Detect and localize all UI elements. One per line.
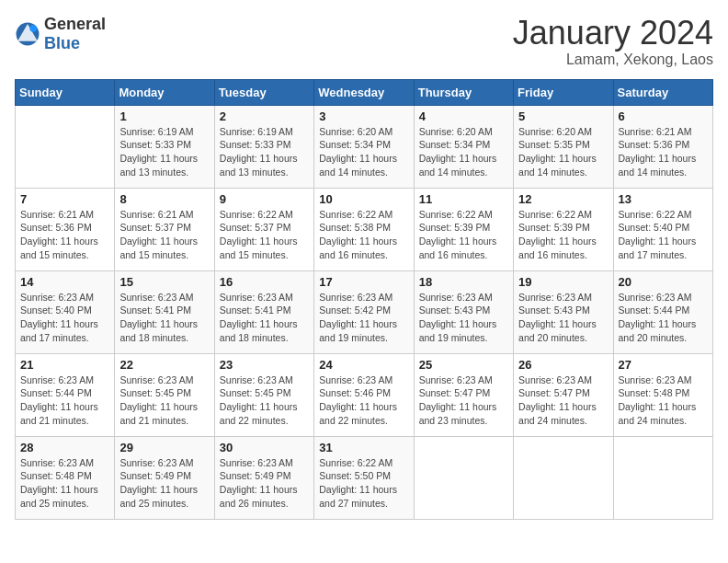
- day-number: 27: [619, 358, 708, 372]
- calendar-cell: 8Sunrise: 6:21 AMSunset: 5:37 PMDaylight…: [115, 188, 214, 270]
- day-info: Sunrise: 6:23 AMSunset: 5:46 PMDaylight:…: [319, 373, 408, 428]
- day-number: 31: [319, 441, 408, 454]
- day-number: 24: [319, 358, 408, 372]
- day-number: 23: [220, 358, 309, 372]
- calendar-cell: [613, 436, 712, 519]
- calendar-cell: 3Sunrise: 6:20 AMSunset: 5:34 PMDaylight…: [314, 105, 414, 188]
- day-info: Sunrise: 6:23 AMSunset: 5:45 PMDaylight:…: [119, 373, 209, 428]
- calendar-cell: 12Sunrise: 6:22 AMSunset: 5:39 PMDayligh…: [514, 188, 613, 270]
- calendar-week-3: 14Sunrise: 6:23 AMSunset: 5:40 PMDayligh…: [16, 270, 713, 353]
- day-number: 8: [119, 192, 209, 206]
- day-number: 17: [319, 275, 408, 289]
- day-number: 5: [518, 109, 608, 123]
- calendar-cell: 2Sunrise: 6:19 AMSunset: 5:33 PMDaylight…: [214, 105, 313, 188]
- day-number: 21: [20, 358, 109, 372]
- header-cell-friday: Friday: [514, 79, 613, 105]
- header-cell-wednesday: Wednesday: [314, 79, 414, 105]
- calendar-cell: 14Sunrise: 6:23 AMSunset: 5:40 PMDayligh…: [16, 270, 115, 353]
- day-info: Sunrise: 6:23 AMSunset: 5:44 PMDaylight:…: [619, 291, 708, 345]
- calendar-cell: 16Sunrise: 6:23 AMSunset: 5:41 PMDayligh…: [214, 270, 313, 353]
- day-number: 13: [619, 192, 708, 206]
- day-info: Sunrise: 6:23 AMSunset: 5:44 PMDaylight:…: [20, 373, 109, 428]
- calendar-cell: 19Sunrise: 6:23 AMSunset: 5:43 PMDayligh…: [514, 270, 613, 353]
- logo-text: General Blue: [44, 15, 106, 53]
- day-info: Sunrise: 6:22 AMSunset: 5:37 PMDaylight:…: [220, 208, 309, 262]
- day-info: Sunrise: 6:22 AMSunset: 5:38 PMDaylight:…: [319, 208, 408, 262]
- day-number: 15: [119, 275, 209, 289]
- calendar-cell: 20Sunrise: 6:23 AMSunset: 5:44 PMDayligh…: [613, 270, 712, 353]
- day-info: Sunrise: 6:20 AMSunset: 5:34 PMDaylight:…: [319, 125, 408, 179]
- calendar-week-1: 1Sunrise: 6:19 AMSunset: 5:33 PMDaylight…: [16, 105, 713, 188]
- calendar-cell: 28Sunrise: 6:23 AMSunset: 5:48 PMDayligh…: [16, 436, 115, 519]
- day-info: Sunrise: 6:23 AMSunset: 5:42 PMDaylight:…: [319, 291, 408, 345]
- calendar-cell: 30Sunrise: 6:23 AMSunset: 5:49 PMDayligh…: [214, 436, 313, 519]
- day-number: 3: [319, 109, 408, 123]
- calendar-cell: 6Sunrise: 6:21 AMSunset: 5:36 PMDaylight…: [613, 105, 712, 188]
- header-cell-saturday: Saturday: [613, 79, 712, 105]
- day-number: 20: [619, 275, 708, 289]
- day-number: 9: [220, 192, 309, 206]
- calendar-cell: 13Sunrise: 6:22 AMSunset: 5:40 PMDayligh…: [613, 188, 712, 270]
- day-info: Sunrise: 6:23 AMSunset: 5:47 PMDaylight:…: [419, 373, 508, 428]
- day-info: Sunrise: 6:21 AMSunset: 5:36 PMDaylight:…: [619, 125, 708, 179]
- day-info: Sunrise: 6:22 AMSunset: 5:39 PMDaylight:…: [518, 208, 608, 262]
- calendar-cell: 26Sunrise: 6:23 AMSunset: 5:47 PMDayligh…: [514, 353, 613, 436]
- day-info: Sunrise: 6:19 AMSunset: 5:33 PMDaylight:…: [220, 125, 309, 179]
- day-number: 1: [119, 109, 209, 123]
- logo-general: General: [44, 15, 106, 33]
- calendar-cell: 1Sunrise: 6:19 AMSunset: 5:33 PMDaylight…: [115, 105, 214, 188]
- day-info: Sunrise: 6:21 AMSunset: 5:36 PMDaylight:…: [20, 208, 109, 262]
- day-info: Sunrise: 6:23 AMSunset: 5:49 PMDaylight:…: [119, 456, 209, 511]
- day-info: Sunrise: 6:23 AMSunset: 5:40 PMDaylight:…: [20, 291, 109, 345]
- calendar-cell: 23Sunrise: 6:23 AMSunset: 5:45 PMDayligh…: [214, 353, 313, 436]
- calendar-cell: 24Sunrise: 6:23 AMSunset: 5:46 PMDayligh…: [314, 353, 414, 436]
- day-info: Sunrise: 6:19 AMSunset: 5:33 PMDaylight:…: [119, 125, 209, 179]
- day-number: 10: [319, 192, 408, 206]
- calendar-cell: 11Sunrise: 6:22 AMSunset: 5:39 PMDayligh…: [414, 188, 513, 270]
- calendar-cell: [16, 105, 115, 188]
- day-info: Sunrise: 6:23 AMSunset: 5:48 PMDaylight:…: [619, 373, 708, 428]
- day-info: Sunrise: 6:23 AMSunset: 5:47 PMDaylight:…: [518, 373, 608, 428]
- day-info: Sunrise: 6:23 AMSunset: 5:43 PMDaylight:…: [518, 291, 608, 345]
- logo-icon: [15, 21, 40, 47]
- day-number: 11: [419, 192, 508, 206]
- day-info: Sunrise: 6:20 AMSunset: 5:35 PMDaylight:…: [518, 125, 608, 179]
- calendar-cell: 17Sunrise: 6:23 AMSunset: 5:42 PMDayligh…: [314, 270, 414, 353]
- calendar-cell: 18Sunrise: 6:23 AMSunset: 5:43 PMDayligh…: [414, 270, 513, 353]
- calendar-cell: 22Sunrise: 6:23 AMSunset: 5:45 PMDayligh…: [115, 353, 214, 436]
- calendar-table: SundayMondayTuesdayWednesdayThursdayFrid…: [15, 79, 713, 520]
- header-cell-monday: Monday: [115, 79, 214, 105]
- header-cell-thursday: Thursday: [414, 79, 513, 105]
- day-number: 7: [20, 192, 109, 206]
- header-cell-tuesday: Tuesday: [214, 79, 313, 105]
- day-info: Sunrise: 6:22 AMSunset: 5:50 PMDaylight:…: [319, 456, 408, 511]
- day-number: 18: [419, 275, 508, 289]
- calendar-cell: 21Sunrise: 6:23 AMSunset: 5:44 PMDayligh…: [16, 353, 115, 436]
- day-number: 2: [220, 109, 309, 123]
- month-title: January 2024: [513, 15, 713, 52]
- day-number: 30: [220, 441, 309, 454]
- calendar-cell: 4Sunrise: 6:20 AMSunset: 5:34 PMDaylight…: [414, 105, 513, 188]
- calendar-cell: 29Sunrise: 6:23 AMSunset: 5:49 PMDayligh…: [115, 436, 214, 519]
- location-title: Lamam, Xekong, Laos: [513, 52, 713, 68]
- title-block: January 2024 Lamam, Xekong, Laos: [513, 15, 713, 68]
- calendar-cell: 31Sunrise: 6:22 AMSunset: 5:50 PMDayligh…: [314, 436, 414, 519]
- day-number: 19: [518, 275, 608, 289]
- day-info: Sunrise: 6:22 AMSunset: 5:40 PMDaylight:…: [619, 208, 708, 262]
- day-info: Sunrise: 6:20 AMSunset: 5:34 PMDaylight:…: [419, 125, 508, 179]
- calendar-body: 1Sunrise: 6:19 AMSunset: 5:33 PMDaylight…: [16, 105, 713, 519]
- calendar-cell: [514, 436, 613, 519]
- header-row: SundayMondayTuesdayWednesdayThursdayFrid…: [16, 79, 713, 105]
- day-info: Sunrise: 6:21 AMSunset: 5:37 PMDaylight:…: [119, 208, 209, 262]
- day-number: 6: [619, 109, 708, 123]
- day-info: Sunrise: 6:23 AMSunset: 5:41 PMDaylight:…: [119, 291, 209, 345]
- day-number: 12: [518, 192, 608, 206]
- calendar-cell: 25Sunrise: 6:23 AMSunset: 5:47 PMDayligh…: [414, 353, 513, 436]
- day-info: Sunrise: 6:23 AMSunset: 5:43 PMDaylight:…: [419, 291, 508, 345]
- svg-point-2: [29, 25, 37, 32]
- calendar-week-4: 21Sunrise: 6:23 AMSunset: 5:44 PMDayligh…: [16, 353, 713, 436]
- day-info: Sunrise: 6:22 AMSunset: 5:39 PMDaylight:…: [419, 208, 508, 262]
- calendar-cell: 10Sunrise: 6:22 AMSunset: 5:38 PMDayligh…: [314, 188, 414, 270]
- page-header: General Blue January 2024 Lamam, Xekong,…: [15, 15, 713, 68]
- header-cell-sunday: Sunday: [16, 79, 115, 105]
